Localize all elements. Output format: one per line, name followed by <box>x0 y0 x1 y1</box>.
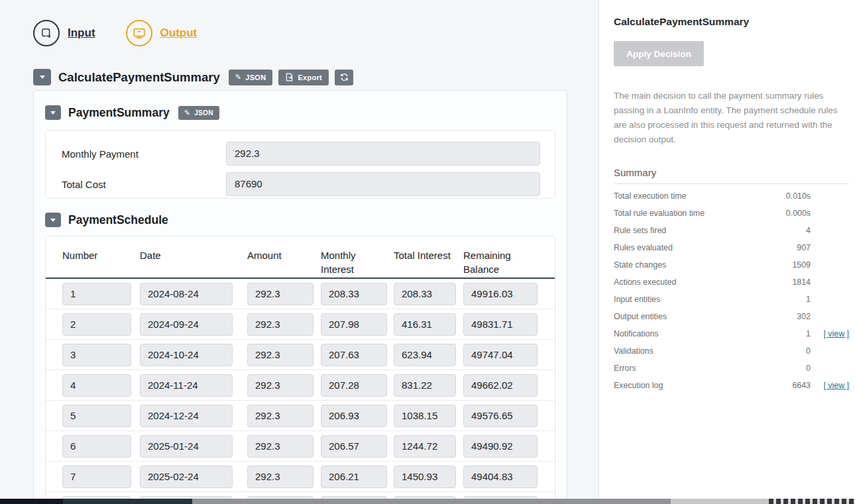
cell-monthly-interest[interactable]: 208.33 <box>321 283 387 305</box>
payment-summary-json-button[interactable]: ✎ JSON <box>178 106 219 120</box>
cell-number[interactable]: 7 <box>62 466 131 488</box>
cell-number[interactable]: 5 <box>62 405 131 427</box>
table-row: 22024-09-24292.3207.98416.3149831.71 <box>46 309 555 340</box>
table-row: 42024-11-24292.3207.28831.2249662.02 <box>46 370 555 401</box>
monthly-payment-input[interactable]: 292.3 <box>226 142 540 166</box>
bottom-bar-segment <box>0 499 63 504</box>
stat-label: Errors <box>614 364 771 373</box>
stat-label: Actions executed <box>614 277 771 287</box>
cell-total-interest[interactable]: 831.22 <box>394 374 456 397</box>
bottom-bar-segment <box>63 499 192 504</box>
summary-stat-row: Input entities1 <box>614 291 849 308</box>
summary-stat-row: Errors0 <box>614 360 849 377</box>
monthly-payment-row: Monthly Payment 292.3 <box>62 142 540 166</box>
bottom-bar-segment <box>671 499 769 504</box>
cell-monthly-interest[interactable]: 206.57 <box>321 435 387 458</box>
decision-description: The main decision to call the payment su… <box>614 89 847 146</box>
cell-remaining-balance[interactable]: 49831.71 <box>463 313 538 336</box>
stat-label: Validations <box>614 346 771 356</box>
collapse-payment-summary-button[interactable] <box>45 105 61 120</box>
cell-remaining-balance[interactable]: 49662.02 <box>463 374 538 397</box>
cell-total-interest[interactable]: 208.33 <box>394 283 456 305</box>
cell-date[interactable]: 2024-11-24 <box>140 374 233 397</box>
tab-input[interactable]: Input <box>33 20 95 46</box>
cell-remaining-balance[interactable]: 49490.92 <box>463 435 538 458</box>
chevron-down-icon <box>40 76 45 79</box>
cell-date[interactable]: 2024-12-24 <box>140 405 233 427</box>
stat-label: Input entities <box>614 295 771 304</box>
payment-schedule-header: PaymentSchedule <box>45 213 171 227</box>
payment-schedule-title: PaymentSchedule <box>68 213 168 227</box>
cell-date[interactable]: 2024-08-24 <box>140 283 233 305</box>
cell-number[interactable]: 6 <box>62 435 131 458</box>
summary-stat-row: Actions executed1814 <box>614 274 849 291</box>
stat-value: 0.000s <box>771 209 811 218</box>
cell-number[interactable]: 3 <box>62 344 131 366</box>
cell-total-interest[interactable]: 1244.72 <box>394 435 456 458</box>
cell-total-interest[interactable]: 1038.15 <box>394 405 456 427</box>
clipped-bottom-bar <box>0 499 855 504</box>
io-tabs: Input Output <box>33 20 197 46</box>
view-link[interactable]: [ view ] <box>823 381 849 390</box>
stat-label: Rules evaluated <box>614 243 771 252</box>
output-monitor-icon <box>126 20 152 46</box>
cell-number[interactable]: 2 <box>62 313 131 336</box>
payment-schedule-card: NumberDateAmountMonthly InterestTotal In… <box>45 236 555 504</box>
stat-label: Notifications <box>614 329 771 338</box>
cell-amount[interactable]: 292.3 <box>247 466 314 488</box>
cell-remaining-balance[interactable]: 49916.03 <box>463 283 538 305</box>
cell-amount[interactable]: 292.3 <box>247 313 314 336</box>
stat-value: 0 <box>771 346 811 356</box>
cell-date[interactable]: 2025-01-24 <box>140 435 233 458</box>
stat-value: 1 <box>771 329 811 338</box>
pencil-icon: ✎ <box>184 109 191 117</box>
cell-amount[interactable]: 292.3 <box>247 405 314 427</box>
cell-date[interactable]: 2024-10-24 <box>140 344 233 366</box>
cell-remaining-balance[interactable]: 49576.65 <box>463 405 538 427</box>
cell-monthly-interest[interactable]: 207.63 <box>321 344 387 366</box>
refresh-icon <box>340 73 349 81</box>
stat-value: 6643 <box>771 381 811 390</box>
cell-amount[interactable]: 292.3 <box>247 374 314 397</box>
view-link[interactable]: [ view ] <box>823 329 849 338</box>
stat-value: 302 <box>771 312 811 321</box>
tab-input-label: Input <box>68 26 95 40</box>
schedule-body: 12024-08-24292.3208.33208.3349916.032202… <box>46 279 555 504</box>
stat-label: Execution log <box>614 381 771 390</box>
cell-date[interactable]: 2024-09-24 <box>140 313 233 336</box>
summary-heading: Summary <box>614 167 849 184</box>
json-button[interactable]: ✎ JSON <box>229 70 273 85</box>
cell-monthly-interest[interactable]: 206.21 <box>321 466 387 488</box>
cell-remaining-balance[interactable]: 49404.83 <box>463 466 538 488</box>
table-row: 12024-08-24292.3208.33208.3349916.03 <box>46 279 555 309</box>
bottom-bar-scrollbar[interactable] <box>192 499 671 504</box>
cell-monthly-interest[interactable]: 206.93 <box>321 405 387 427</box>
cell-monthly-interest[interactable]: 207.98 <box>321 313 387 336</box>
cell-total-interest[interactable]: 1450.93 <box>394 466 456 488</box>
collapse-payment-schedule-button[interactable] <box>45 213 61 227</box>
stat-view-slot: [ view ] <box>811 381 849 390</box>
cell-date[interactable]: 2025-02-24 <box>140 466 233 488</box>
cell-remaining-balance[interactable]: 49747.04 <box>463 344 538 366</box>
stat-label: Total execution time <box>614 191 771 201</box>
chevron-down-icon <box>50 219 56 222</box>
export-button[interactable]: Export <box>278 70 329 85</box>
total-cost-input[interactable]: 87690 <box>226 172 540 196</box>
summary-stat-row: Total rule evaluation time0.000s <box>614 205 849 222</box>
stat-value: 1814 <box>771 277 811 287</box>
cell-total-interest[interactable]: 416.31 <box>394 313 456 336</box>
apply-decision-button[interactable]: Apply Decision <box>614 41 704 66</box>
cell-amount[interactable]: 292.3 <box>247 435 314 458</box>
cell-amount[interactable]: 292.3 <box>247 344 314 366</box>
cell-monthly-interest[interactable]: 207.28 <box>321 374 387 397</box>
collapse-decision-button[interactable] <box>33 69 51 85</box>
app-root: Input Output CalculatePaymentSummary ✎ J… <box>0 0 855 504</box>
bottom-bar-clipped-text <box>769 499 855 504</box>
refresh-button[interactable] <box>335 70 353 85</box>
tab-output[interactable]: Output <box>126 20 198 46</box>
cell-amount[interactable]: 292.3 <box>247 283 314 305</box>
cell-number[interactable]: 4 <box>62 374 131 397</box>
stat-value: 0.010s <box>771 191 811 201</box>
cell-total-interest[interactable]: 623.94 <box>394 344 456 366</box>
cell-number[interactable]: 1 <box>62 283 131 305</box>
